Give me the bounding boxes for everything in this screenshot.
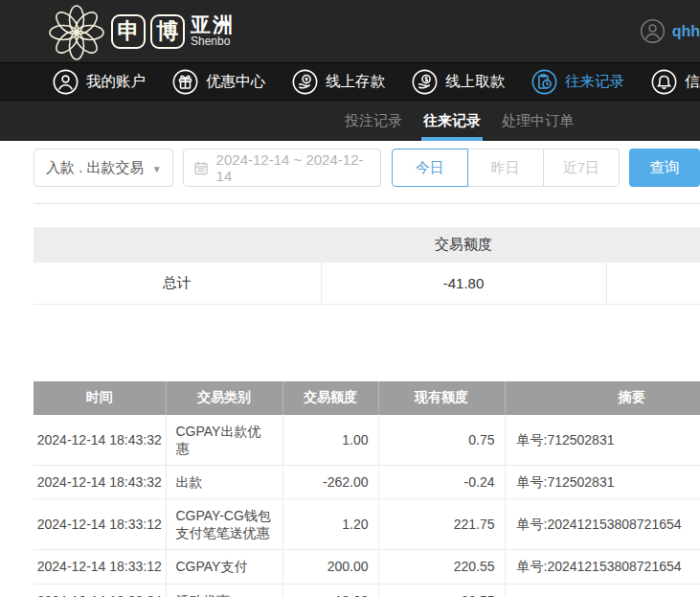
- cell-balance: 0.75: [378, 415, 505, 466]
- search-button[interactable]: 查询: [629, 149, 700, 187]
- cell-amount: -262.00: [282, 465, 378, 498]
- hand-dollar-withdraw-icon: [412, 69, 438, 95]
- tab-processing-orders[interactable]: 处理中订单: [500, 101, 576, 141]
- logo-region-en: Shenbo: [191, 35, 235, 48]
- date-range-value: 2024-12-14 ~ 2024-12-14: [216, 151, 371, 184]
- clipboard-clock-icon: [531, 69, 557, 95]
- column-header-amount: 交易额度: [282, 381, 378, 415]
- logo-region-cn: 亚洲: [191, 14, 235, 35]
- hand-coin-deposit-icon: [292, 69, 318, 95]
- table-row: 2024-12-14 18:43:32 出款 -262.00 -0.24 单号:…: [34, 465, 700, 498]
- column-header-type: 交易类别: [166, 381, 282, 415]
- table-row: 2024-12-14 18:33:12 CGPAY-CG钱包支付笔笔送优惠 1.…: [34, 499, 700, 550]
- cell-balance: 20.55: [378, 584, 505, 597]
- nav-item-my-account[interactable]: 我的账户: [53, 69, 146, 95]
- nav-label: 我的账户: [86, 72, 146, 92]
- nav-label: 往来记录: [565, 72, 624, 92]
- username-text: qhh: [672, 23, 700, 40]
- cell-time: 2024-12-14 18:33:12: [34, 499, 166, 550]
- cell-type: 出款: [166, 465, 282, 498]
- cell-type: CGPAY支付: [166, 550, 282, 584]
- cell-note: 单号:202412153808721654: [505, 550, 700, 584]
- cell-amount: 18.00: [282, 584, 378, 597]
- quick-date-button-group: 今日 昨日 近7日: [392, 149, 620, 187]
- table-header-row: 时间 交易类别 交易额度 现有额度 摘要: [34, 381, 700, 415]
- transaction-type-select[interactable]: 入款 . 出款交易 ▼: [34, 149, 173, 187]
- nav-label: 线上存款: [326, 72, 385, 92]
- content-area: 入款 . 出款交易 ▼ 2024-12-14 ~ 2024-12-14 今日 昨…: [0, 141, 700, 597]
- account-person-icon: [53, 69, 79, 95]
- quick-button-label: 昨日: [491, 159, 520, 177]
- transaction-records-table: 时间 交易类别 交易额度 现有额度 摘要 2024-12-14 18:43:32…: [34, 381, 700, 597]
- tab-betting-records[interactable]: 投注记录: [343, 101, 404, 141]
- nav-label: 信息: [685, 72, 700, 92]
- summary-header-spacer: [34, 227, 321, 263]
- nav-item-withdraw[interactable]: 线上取款: [412, 69, 505, 95]
- last-7-days-button[interactable]: 近7日: [544, 149, 620, 187]
- column-header-note: 摘要: [505, 381, 700, 415]
- cell-type: 活动优惠: [166, 584, 282, 597]
- summary-total-value: -41.80: [321, 263, 606, 304]
- tab-label: 投注记录: [345, 112, 402, 130]
- cell-time: 2024-12-14 18:32:24: [34, 584, 166, 597]
- nav-label: 优惠中心: [206, 72, 265, 92]
- yesterday-button[interactable]: 昨日: [468, 149, 544, 187]
- cell-note: [505, 584, 700, 597]
- type-select-value: 入款 . 出款交易: [46, 159, 145, 177]
- cell-amount: 1.00: [282, 415, 378, 466]
- cell-note: 单号:712502831: [505, 465, 700, 498]
- nav-item-messages[interactable]: 信息: [651, 69, 700, 95]
- cell-balance: 221.75: [378, 499, 505, 550]
- section-divider: [34, 203, 700, 204]
- nav-item-deposit[interactable]: 线上存款: [292, 69, 385, 95]
- quick-button-label: 近7日: [563, 159, 599, 177]
- calendar-icon: [193, 160, 209, 176]
- cell-time: 2024-12-14 18:43:32: [34, 465, 166, 498]
- flower-logo-icon: [48, 4, 105, 61]
- today-button[interactable]: 今日: [392, 149, 468, 187]
- table-row: 2024-12-14 18:43:32 CGPAY出款优惠 1.00 0.75 …: [34, 415, 700, 466]
- records-sub-navigation: 投注记录 往来记录 处理中订单: [0, 101, 700, 141]
- tab-transaction-records[interactable]: 往来记录: [421, 101, 483, 141]
- summary-total-label: 总计: [34, 263, 321, 304]
- logo-character-boxes: 申 博: [111, 14, 185, 49]
- logo-box-shen: 申: [111, 14, 146, 49]
- chevron-down-icon: ▼: [152, 164, 162, 174]
- summary-total-row: 总计 -41.80: [34, 263, 700, 304]
- main-navigation: 我的账户 优惠中心 线上存款 线上取款: [0, 62, 700, 101]
- table-row: 2024-12-14 18:32:24 活动优惠 18.00 20.55: [34, 584, 700, 597]
- logo-region-text: 亚洲 Shenbo: [191, 14, 235, 48]
- cell-note: 单号:712502831: [505, 415, 700, 466]
- site-logo[interactable]: 申 博 亚洲 Shenbo: [48, 0, 235, 62]
- cell-amount: 1.20: [282, 499, 378, 550]
- table-row: 2024-12-14 18:33:12 CGPAY支付 200.00 220.5…: [34, 550, 700, 584]
- tab-label: 处理中订单: [502, 112, 574, 130]
- cell-amount: 200.00: [282, 550, 378, 584]
- summary-header-row: 交易额度: [34, 227, 700, 263]
- tab-label: 往来记录: [423, 112, 481, 130]
- cell-balance: -0.24: [378, 465, 505, 498]
- cell-type: CGPAY出款优惠: [166, 415, 282, 466]
- filter-row: 入款 . 出款交易 ▼ 2024-12-14 ~ 2024-12-14 今日 昨…: [34, 149, 700, 187]
- active-tab-underline: [421, 137, 483, 141]
- nav-label: 线上取款: [445, 72, 505, 92]
- user-avatar-icon: [640, 18, 666, 44]
- user-account-area[interactable]: qhh: [640, 0, 700, 62]
- gift-icon: [172, 69, 198, 95]
- nav-item-promotions[interactable]: 优惠中心: [172, 69, 265, 95]
- cell-time: 2024-12-14 18:33:12: [34, 550, 166, 584]
- bell-icon: [651, 69, 677, 95]
- summary-header-spacer: [606, 227, 700, 263]
- quick-button-label: 今日: [416, 159, 444, 177]
- nav-item-transaction-records[interactable]: 往来记录: [531, 69, 624, 95]
- cell-time: 2024-12-14 18:43:32: [34, 415, 166, 466]
- summary-empty-cell: [606, 263, 700, 304]
- column-header-time: 时间: [34, 381, 166, 415]
- column-header-balance: 现有额度: [378, 381, 505, 415]
- summary-table: 交易额度 总计 -41.80: [34, 227, 700, 305]
- date-range-input[interactable]: 2024-12-14 ~ 2024-12-14: [183, 149, 381, 187]
- logo-box-bo: 博: [150, 14, 185, 49]
- cell-note: 单号:202412153808721654: [505, 499, 700, 550]
- top-header: 申 博 亚洲 Shenbo qhh: [0, 0, 700, 62]
- cell-type: CGPAY-CG钱包支付笔笔送优惠: [166, 499, 282, 550]
